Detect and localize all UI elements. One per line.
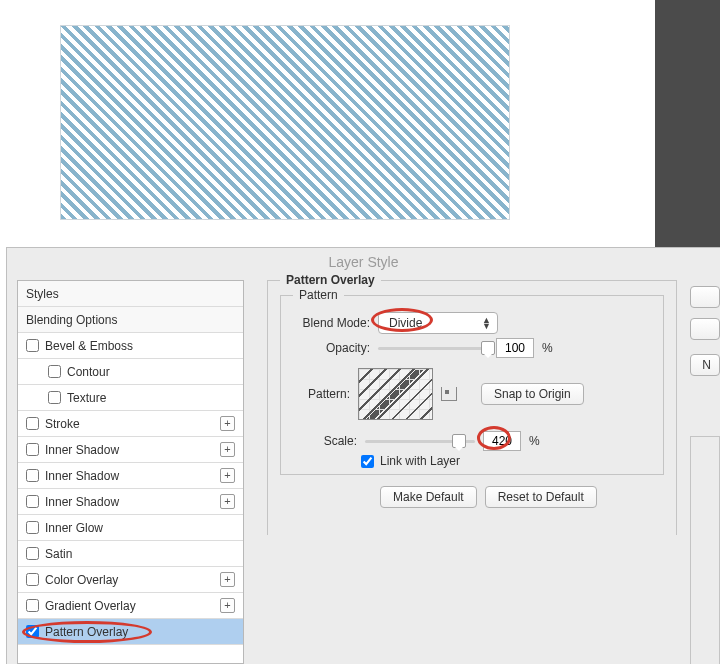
effects-list-item-label: Inner Glow [45, 521, 103, 535]
effects-list-item-label: Pattern Overlay [45, 625, 128, 639]
effects-list-item-label: Contour [67, 365, 110, 379]
slider-thumb[interactable] [452, 434, 466, 448]
new-preset-icon[interactable] [441, 387, 457, 401]
slider-thumb[interactable] [481, 341, 495, 355]
app-chrome-gutter [655, 0, 720, 247]
dialog-button[interactable]: N [690, 354, 720, 376]
effects-list-item[interactable]: Texture [18, 385, 243, 411]
add-effect-icon[interactable]: + [220, 598, 235, 613]
checkbox[interactable] [26, 417, 39, 430]
effects-list-item-label: Bevel & Emboss [45, 339, 133, 353]
checkbox[interactable] [26, 573, 39, 586]
preview-well [690, 436, 720, 664]
add-effect-icon[interactable]: + [220, 442, 235, 457]
dialog-right-buttons: N [690, 286, 720, 664]
add-effect-icon[interactable]: + [220, 494, 235, 509]
effects-list-item[interactable]: Inner Shadow+ [18, 437, 243, 463]
pattern-overlay-panel: Pattern Overlay Pattern Blend Mode: Divi… [267, 280, 677, 535]
scale-slider[interactable] [365, 434, 475, 448]
effects-list-item[interactable]: Inner Shadow+ [18, 489, 243, 515]
add-effect-icon[interactable]: + [220, 468, 235, 483]
effects-list-item-label: Styles [26, 287, 59, 301]
canvas-preview [0, 0, 655, 247]
effects-list-item[interactable]: Bevel & Emboss [18, 333, 243, 359]
pattern-swatch[interactable] [358, 368, 433, 420]
checkbox[interactable] [26, 469, 39, 482]
checkbox[interactable] [26, 339, 39, 352]
pattern-fieldset: Pattern Blend Mode: Divide ▲▼ Opacity: % [280, 295, 664, 475]
percent-label: % [542, 341, 553, 355]
checkbox[interactable] [361, 455, 374, 468]
effects-list-item-label: Inner Shadow [45, 443, 119, 457]
effects-list-item-label: Color Overlay [45, 573, 118, 587]
link-with-layer-checkbox[interactable]: Link with Layer [361, 454, 460, 468]
effects-list-item[interactable]: Satin [18, 541, 243, 567]
pattern-preview [60, 25, 510, 220]
chevron-updown-icon: ▲▼ [482, 317, 491, 329]
snap-to-origin-button[interactable]: Snap to Origin [481, 383, 584, 405]
checkbox[interactable] [26, 599, 39, 612]
checkbox[interactable] [26, 521, 39, 534]
checkbox[interactable] [48, 365, 61, 378]
checkbox[interactable] [26, 443, 39, 456]
effects-list-item[interactable]: Inner Glow [18, 515, 243, 541]
opacity-slider[interactable] [378, 341, 488, 355]
effects-list-item-label: Inner Shadow [45, 495, 119, 509]
add-effect-icon[interactable]: + [220, 416, 235, 431]
effects-list-item-label: Stroke [45, 417, 80, 431]
dialog-button[interactable] [690, 286, 720, 308]
scale-label: Scale: [285, 434, 357, 448]
effects-list-item-label: Gradient Overlay [45, 599, 136, 613]
effects-list-item[interactable]: Stroke+ [18, 411, 243, 437]
checkbox[interactable] [26, 625, 39, 638]
effects-list-item-label: Inner Shadow [45, 469, 119, 483]
effects-list-item[interactable]: Gradient Overlay+ [18, 593, 243, 619]
checkbox[interactable] [26, 547, 39, 560]
scale-input[interactable] [483, 431, 521, 451]
effects-list-item[interactable]: Blending Options [18, 307, 243, 333]
effects-list-item-label: Texture [67, 391, 106, 405]
effects-list-item[interactable]: Inner Shadow+ [18, 463, 243, 489]
effects-list-item[interactable]: Pattern Overlay [18, 619, 243, 645]
effects-list-item[interactable]: Styles [18, 281, 243, 307]
reset-to-default-button[interactable]: Reset to Default [485, 486, 597, 508]
effects-list-item-label: Blending Options [26, 313, 117, 327]
effects-list-item[interactable]: Color Overlay+ [18, 567, 243, 593]
effects-list-item-label: Satin [45, 547, 72, 561]
layer-style-dialog: Layer Style StylesBlending OptionsBevel … [6, 247, 720, 664]
effects-list[interactable]: StylesBlending OptionsBevel & EmbossCont… [17, 280, 244, 664]
blend-mode-value: Divide [389, 316, 422, 330]
percent-label: % [529, 434, 540, 448]
checkbox[interactable] [26, 495, 39, 508]
link-with-layer-label: Link with Layer [380, 454, 460, 468]
blend-mode-select[interactable]: Divide ▲▼ [378, 312, 498, 334]
blend-mode-label: Blend Mode: [285, 316, 370, 330]
add-effect-icon[interactable]: + [220, 572, 235, 587]
pattern-label: Pattern: [285, 387, 350, 401]
opacity-label: Opacity: [285, 341, 370, 355]
fieldset-title: Pattern [293, 288, 344, 302]
opacity-input[interactable] [496, 338, 534, 358]
checkbox[interactable] [48, 391, 61, 404]
panel-title: Pattern Overlay [280, 273, 381, 287]
dialog-button[interactable] [690, 318, 720, 340]
effects-list-item[interactable]: Contour [18, 359, 243, 385]
make-default-button[interactable]: Make Default [380, 486, 477, 508]
